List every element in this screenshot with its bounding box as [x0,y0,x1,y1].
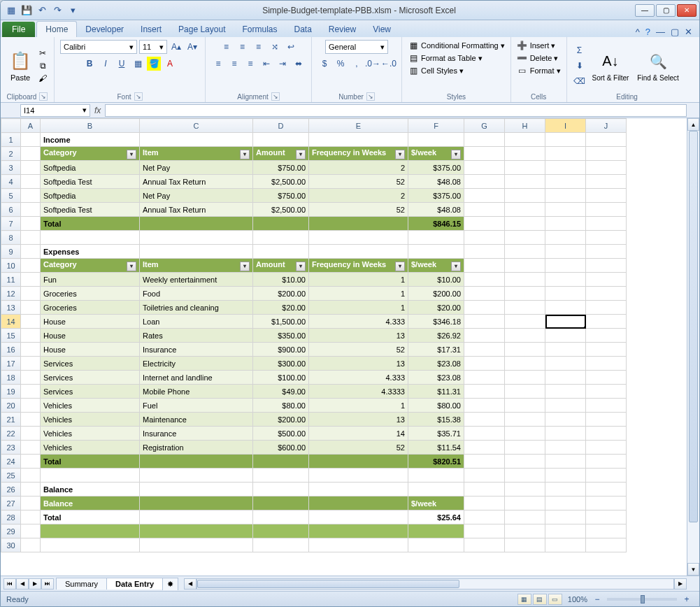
page-layout-view-icon[interactable]: ▤ [533,594,547,605]
cell-C9[interactable] [140,245,253,259]
cell-I14[interactable] [545,315,586,329]
cell-J15[interactable] [586,329,627,343]
cell-G20[interactable] [464,399,505,413]
increase-indent-icon[interactable]: ⇥ [276,57,290,71]
cell-G6[interactable] [464,203,505,217]
col-header-I[interactable]: I [545,119,586,133]
cell-H23[interactable] [505,441,545,455]
cell-J19[interactable] [586,385,627,399]
cell-H13[interactable] [505,301,545,315]
bold-button[interactable]: B [83,57,97,71]
cell-E20[interactable]: 1 [309,399,408,413]
formula-bar[interactable] [105,104,687,117]
row-header-11[interactable]: 11 [1,273,21,287]
vscroll-thumb[interactable] [689,131,698,522]
cell-I26[interactable] [545,483,586,497]
cell-G5[interactable] [464,189,505,203]
cell-A1[interactable] [21,133,41,147]
cell-D24[interactable] [253,455,309,469]
horizontal-scrollbar[interactable]: ◀ ▶ [184,578,687,590]
cell-H20[interactable] [505,399,545,413]
row-header-21[interactable]: 21 [1,413,21,427]
row-header-2[interactable]: 2 [1,147,21,161]
cell-H12[interactable] [505,287,545,301]
cell-C14[interactable]: Loan [140,315,253,329]
cell-H30[interactable] [505,538,545,552]
clear-button[interactable]: ⌫ [573,74,587,88]
cell-H9[interactable] [505,245,545,259]
cell-I1[interactable] [545,133,586,147]
cell-B7[interactable]: Total [41,217,140,231]
cell-G25[interactable] [464,469,505,483]
cell-E29[interactable] [309,524,408,538]
cell-J11[interactable] [586,273,627,287]
spreadsheet-grid[interactable]: ABCDEFGHIJ1Income2Category▾Item▾Amount▾F… [1,118,627,552]
cell-E30[interactable] [309,538,408,552]
vertical-scrollbar[interactable]: ▲ ▼ [687,118,699,576]
row-header-15[interactable]: 15 [1,329,21,343]
percent-button[interactable]: % [334,57,348,71]
row-header-28[interactable]: 28 [1,510,21,524]
cell-H8[interactable] [505,231,545,245]
cell-B15[interactable]: House [41,329,140,343]
row-header-23[interactable]: 23 [1,441,21,455]
cell-E4[interactable]: 52 [309,175,408,189]
zoom-slider[interactable] [607,598,677,601]
cell-B28[interactable]: Total [41,510,140,524]
cell-H18[interactable] [505,371,545,385]
cell-E10[interactable]: Frequency in Weeks▾ [309,259,408,273]
cell-J28[interactable] [586,510,627,524]
cell-D22[interactable]: $500.00 [253,427,309,441]
mdi-minimize-icon[interactable]: — [656,27,665,37]
cell-I24[interactable] [545,455,586,469]
cell-C6[interactable]: Annual Tax Return [140,203,253,217]
cell-E27[interactable] [309,497,408,510]
merge-center-button[interactable]: ⬌ [292,57,306,71]
cell-D7[interactable] [253,217,309,231]
cell-D29[interactable] [253,524,309,538]
cell-E12[interactable]: 1 [309,287,408,301]
cell-F23[interactable]: $11.54 [408,441,464,455]
cell-H25[interactable] [505,469,545,483]
tab-developer[interactable]: Developer [77,22,132,37]
cell-G2[interactable] [464,147,505,161]
cell-C11[interactable]: Weekly entertainment [140,273,253,287]
cell-E2[interactable]: Frequency in Weeks▾ [309,147,408,161]
sheet-last-icon[interactable]: ⏭ [41,578,54,590]
cell-H19[interactable] [505,385,545,399]
cell-I8[interactable] [545,231,586,245]
paste-button[interactable]: 📋 Paste [6,48,34,83]
row-header-14[interactable]: 14 [1,315,21,329]
cell-F19[interactable]: $11.31 [408,385,464,399]
cell-C19[interactable]: Mobile Phone [140,385,253,399]
cell-F3[interactable]: $375.00 [408,161,464,175]
cell-B30[interactable] [41,538,140,552]
format-painter-icon[interactable]: 🖌 [37,73,48,84]
cell-G10[interactable] [464,259,505,273]
cell-C21[interactable]: Maintenance [140,413,253,427]
cell-J21[interactable] [586,413,627,427]
cell-J20[interactable] [586,399,627,413]
col-header-G[interactable]: G [464,119,505,133]
cell-G13[interactable] [464,301,505,315]
cell-G30[interactable] [464,538,505,552]
cell-H21[interactable] [505,413,545,427]
cell-I7[interactable] [545,217,586,231]
cell-I6[interactable] [545,203,586,217]
cell-C18[interactable]: Internet and landline [140,371,253,385]
cell-D23[interactable]: $600.00 [253,441,309,455]
cell-H22[interactable] [505,427,545,441]
cell-A12[interactable] [21,287,41,301]
cell-G11[interactable] [464,273,505,287]
cell-J24[interactable] [586,455,627,469]
cell-C10[interactable]: Item▾ [140,259,253,273]
cell-F13[interactable]: $20.00 [408,301,464,315]
cell-G15[interactable] [464,329,505,343]
filter-icon[interactable]: ▾ [127,262,136,271]
cell-A25[interactable] [21,469,41,483]
cell-I10[interactable] [545,259,586,273]
cell-G14[interactable] [464,315,505,329]
row-header-26[interactable]: 26 [1,483,21,497]
cell-G1[interactable] [464,133,505,147]
cell-B29[interactable] [41,524,140,538]
